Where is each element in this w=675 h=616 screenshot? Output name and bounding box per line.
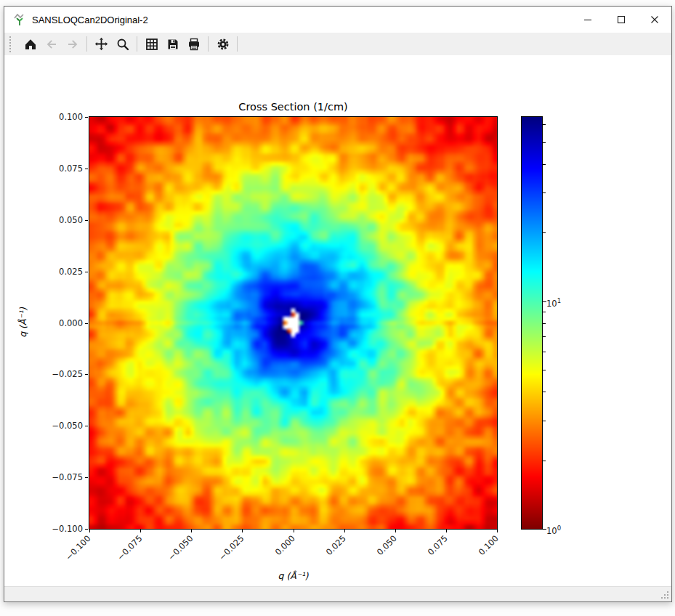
status-bar	[4, 586, 671, 601]
x-tick-mark	[191, 530, 192, 532]
home-icon	[24, 38, 37, 51]
close-icon	[650, 15, 659, 24]
y-tick-mark	[85, 426, 88, 426]
colorbar-minor-tick	[543, 232, 546, 233]
maximize-button[interactable]	[605, 7, 638, 33]
toolbar-grid-button[interactable]	[141, 34, 162, 54]
x-tick-mark	[89, 530, 90, 532]
y-tick-label: −0.050	[25, 421, 83, 431]
title-bar[interactable]: SANSLOQCan2DOriginal-2	[4, 7, 671, 33]
heatmap-canvas[interactable]	[89, 117, 497, 529]
colorbar-minor-tick	[543, 461, 546, 461]
x-tick-label: 0.075	[426, 533, 450, 557]
y-tick-label: 0.050	[25, 215, 83, 225]
maximize-icon	[617, 15, 626, 24]
x-tick-mark	[497, 530, 498, 532]
toolbar-home-button[interactable]	[20, 34, 41, 54]
colorbar-minor-tick	[543, 192, 546, 193]
pan-icon	[94, 37, 108, 51]
colorbar-minor-tick	[543, 392, 546, 392]
colorbar	[521, 116, 543, 530]
y-tick-mark	[85, 117, 88, 118]
x-tick-label: 0.000	[272, 533, 296, 557]
arrow-forward-icon	[66, 38, 79, 51]
x-tick-label: −0.100	[64, 533, 93, 562]
plot-title: Cross Section (1/cm)	[89, 101, 498, 113]
toolbar-separator	[237, 36, 238, 52]
y-tick-mark	[85, 529, 88, 530]
toolbar-separator	[86, 36, 87, 52]
toolbar-separator	[137, 36, 137, 52]
zoom-icon	[116, 38, 129, 51]
y-tick-label: 0.100	[25, 112, 83, 122]
x-tick-mark	[344, 530, 345, 532]
colorbar-canvas	[522, 117, 542, 529]
plot-window: SANSLOQCan2DOriginal-2	[4, 6, 672, 602]
resize-grip-icon[interactable]	[660, 590, 669, 599]
grid-icon	[145, 38, 158, 51]
app-window-icon	[13, 13, 26, 26]
colorbar-tick-label: 101	[546, 296, 561, 306]
x-tick-label: −0.050	[166, 533, 195, 562]
toolbar-save-button[interactable]	[162, 34, 183, 54]
x-tick-label: 0.025	[323, 533, 347, 557]
x-tick-mark	[446, 530, 447, 532]
y-tick-mark	[85, 477, 88, 478]
minimize-icon	[583, 15, 592, 24]
x-tick-label: 0.100	[477, 533, 501, 557]
x-tick-mark	[140, 530, 141, 532]
window-title: SANSLOQCan2DOriginal-2	[32, 15, 148, 25]
colorbar-minor-tick	[543, 312, 546, 312]
y-tick-label: 0.000	[25, 318, 83, 328]
colorbar-minor-tick	[543, 370, 546, 370]
y-tick-mark	[85, 323, 88, 324]
y-tick-mark	[85, 169, 88, 169]
toolbar-options-button[interactable]	[212, 34, 233, 54]
x-tick-mark	[395, 530, 396, 532]
colorbar-minor-tick	[543, 323, 546, 324]
colorbar-minor-tick	[543, 352, 546, 352]
y-tick-mark	[85, 272, 88, 272]
y-tick-mark	[85, 220, 88, 221]
gear-icon	[217, 38, 230, 51]
colorbar-minor-tick	[543, 124, 546, 125]
y-tick-mark	[85, 374, 88, 375]
colorbar-minor-tick	[543, 421, 546, 421]
figure-canvas-area: Cross Section (1/cm) q (Å⁻¹) q (Å⁻¹) −0.…	[4, 55, 671, 587]
y-tick-label: −0.025	[25, 369, 83, 379]
y-tick-label: 0.025	[25, 267, 83, 277]
window-controls	[571, 7, 671, 33]
minimize-button[interactable]	[571, 7, 605, 33]
save-icon	[166, 38, 179, 51]
toolbar-zoom-button[interactable]	[112, 34, 133, 54]
x-axis-label: q (Å⁻¹)	[89, 570, 498, 581]
x-tick-mark	[294, 530, 294, 532]
print-icon	[187, 38, 201, 51]
plot-toolbar	[4, 33, 671, 56]
x-tick-label: 0.050	[375, 533, 399, 557]
x-tick-label: −0.075	[115, 533, 144, 562]
y-tick-label: 0.075	[25, 163, 83, 174]
arrow-back-icon	[45, 38, 58, 51]
toolbar-print-button[interactable]	[183, 34, 204, 54]
x-tick-label: −0.025	[217, 533, 246, 562]
toolbar-separator	[208, 36, 209, 52]
toolbar-forward-button[interactable]	[62, 34, 83, 54]
plot-axes	[89, 116, 498, 530]
x-tick-mark	[242, 530, 243, 532]
y-tick-label: −0.075	[25, 472, 83, 482]
close-button[interactable]	[638, 7, 671, 33]
y-tick-label: −0.100	[25, 524, 83, 534]
colorbar-minor-tick	[543, 336, 546, 337]
toolbar-back-button[interactable]	[41, 34, 62, 54]
colorbar-minor-tick	[543, 142, 546, 143]
toolbar-pan-button[interactable]	[91, 34, 112, 54]
toolbar-drag-handle[interactable]	[9, 36, 15, 52]
colorbar-tick-label: 100	[546, 523, 561, 533]
colorbar-minor-tick	[543, 164, 546, 165]
